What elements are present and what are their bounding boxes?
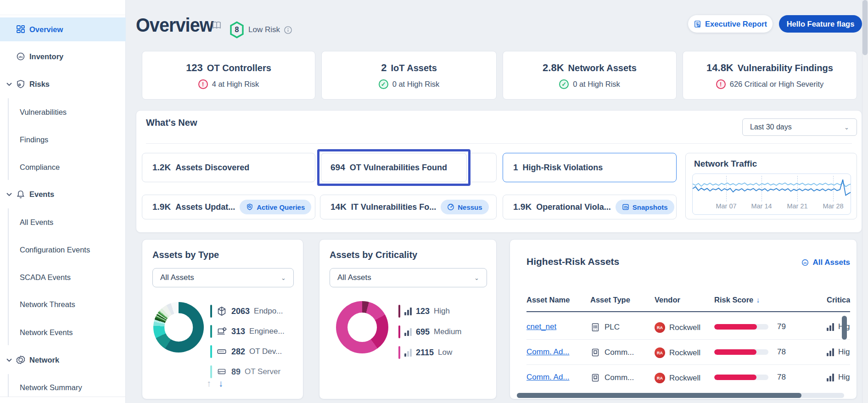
table-row-risk-score: 78 bbox=[714, 373, 786, 382]
legend-item[interactable]: 2115 Low bbox=[398, 346, 452, 359]
sidebar-item-events[interactable]: Events bbox=[0, 182, 126, 206]
legend-item[interactable]: 695 Medium bbox=[398, 325, 462, 338]
active-queries-badge[interactable]: Active Queries bbox=[240, 200, 311, 214]
column-header[interactable]: Asset Name bbox=[526, 296, 570, 304]
page-down-arrow[interactable]: ↓ bbox=[218, 378, 223, 389]
docs-book-icon[interactable] bbox=[211, 20, 222, 30]
sidebar-item-network[interactable]: Network bbox=[0, 348, 126, 372]
legend-item[interactable]: 2063 Endpo... bbox=[210, 305, 283, 318]
filter-value: All Assets bbox=[337, 273, 371, 282]
column-header[interactable]: Vendor bbox=[655, 296, 680, 304]
stat-card-iot-assets[interactable]: 2IoT Assets ✓0 at High Risk bbox=[321, 51, 497, 100]
stat-card-ot-controllers[interactable]: 123OT Controllers !4 at High Risk bbox=[142, 51, 315, 100]
comm-module-icon bbox=[590, 373, 600, 383]
table-row-asset-type: Comm... bbox=[590, 347, 634, 358]
legend-label: Endpo... bbox=[254, 307, 283, 316]
table-row-asset-name[interactable]: Comm. Ad... bbox=[526, 373, 570, 382]
inventory-icon bbox=[801, 258, 809, 267]
rockwell-logo: RA bbox=[655, 347, 665, 358]
date-range-select[interactable]: Last 30 days ⌄ bbox=[742, 118, 857, 136]
legend-item[interactable]: 282 OT Dev... bbox=[210, 345, 282, 358]
column-header-risk-score[interactable]: Risk Score↓ bbox=[714, 296, 760, 304]
assets-by-type-donut[interactable] bbox=[153, 302, 204, 353]
stat-card-network-assets[interactable]: 2.8KNetwork Assets ✓0 at High Risk bbox=[503, 51, 677, 100]
page-up-arrow[interactable]: ↑ bbox=[207, 378, 211, 389]
legend-marker bbox=[210, 325, 212, 338]
assets-by-type-filter[interactable]: All Assets ⌄ bbox=[152, 268, 294, 287]
sidebar-item-network-summary[interactable]: Network Summary bbox=[0, 375, 126, 399]
assets-by-criticality-donut[interactable] bbox=[336, 301, 388, 353]
card-assets-discovered[interactable]: 1.2K Assets Discovered bbox=[142, 153, 315, 182]
stat-label: Vulnerability Findings bbox=[738, 63, 833, 73]
page-scrollbar[interactable] bbox=[862, 0, 868, 403]
sidebar-item-label: All Events bbox=[20, 218, 53, 227]
stat-value: 123 bbox=[186, 62, 203, 74]
legend-item[interactable]: 313 Enginee... bbox=[210, 325, 285, 338]
card-operational-violations[interactable]: 1.9K Operational Viola... Snapshots bbox=[503, 195, 677, 219]
legend-value: 695 bbox=[416, 327, 430, 337]
sidebar-item-findings[interactable]: Findings bbox=[0, 128, 126, 151]
legend-label: Medium bbox=[434, 327, 461, 336]
chevron-down-icon[interactable] bbox=[6, 190, 13, 198]
engineering-station-icon bbox=[216, 326, 227, 337]
x-tick-label: Mar 14 bbox=[745, 202, 778, 210]
legend-pager: ↑ ↓ bbox=[207, 378, 223, 389]
chevron-down-icon[interactable] bbox=[6, 356, 13, 364]
card-assets-updated[interactable]: 1.9K Assets Updat... Active Queries bbox=[142, 195, 315, 219]
card-ot-vulnerabilities-found-selected[interactable]: 694 OT Vulnerabilities Found bbox=[317, 149, 470, 186]
sidebar-item-overview[interactable]: Overview bbox=[0, 17, 126, 41]
nessus-badge[interactable]: Nessus bbox=[441, 200, 488, 214]
page-scrollbar-thumb[interactable] bbox=[862, 0, 868, 55]
executive-report-button[interactable]: Executive Report bbox=[688, 15, 773, 33]
column-header[interactable]: Criticality bbox=[827, 296, 850, 304]
assets-by-criticality-filter[interactable]: All Assets ⌄ bbox=[330, 268, 487, 287]
sidebar-item-all-events[interactable]: All Events bbox=[0, 210, 126, 234]
card-it-vulnerabilities-found[interactable]: 14K IT Vulnerabilities Fo... Nessus bbox=[320, 195, 497, 219]
executive-report-label: Executive Report bbox=[705, 20, 767, 28]
column-header[interactable]: Asset Type bbox=[590, 296, 630, 304]
legend-item[interactable]: 89 OT Server bbox=[210, 365, 280, 378]
network-traffic-card[interactable]: Network Traffic Mar 07 Mar 14 Mar 21 Mar… bbox=[685, 153, 857, 219]
vertical-scrollbar-thumb[interactable] bbox=[842, 316, 847, 340]
card-high-risk-violations[interactable]: 1 High-Risk Violations bbox=[503, 153, 677, 182]
highest-risk-assets-card: Highest-Risk Assets All Assets Asset Nam… bbox=[510, 239, 857, 399]
all-assets-link-label: All Assets bbox=[812, 258, 850, 267]
sidebar-item-inventory[interactable]: Inventory bbox=[0, 45, 126, 68]
stat-card-vulnerability-findings[interactable]: 14.8KVulnerability Findings !626 Critica… bbox=[683, 51, 857, 100]
sidebar-item-network-events[interactable]: Network Events bbox=[0, 320, 126, 344]
sidebar-item-configuration-events[interactable]: Configuration Events bbox=[0, 238, 126, 262]
info-icon[interactable] bbox=[284, 26, 292, 34]
all-assets-link[interactable]: All Assets bbox=[801, 258, 850, 267]
shield-search-icon bbox=[246, 203, 253, 211]
horizontal-scrollbar[interactable] bbox=[517, 393, 844, 398]
sidebar-item-risks[interactable]: Risks bbox=[0, 72, 126, 96]
sidebar-item-vulnerabilities[interactable]: Vulnerabilities bbox=[0, 100, 126, 124]
nessus-spiral-icon bbox=[447, 203, 454, 211]
risk-score-bar bbox=[714, 324, 768, 330]
table-row-asset-name[interactable]: Comm. Ad... bbox=[526, 347, 570, 357]
sidebar-item-network-threats[interactable]: Network Threats bbox=[0, 292, 126, 316]
sidebar-item-scada-events[interactable]: SCADA Events bbox=[0, 265, 126, 289]
rockwell-logo: RA bbox=[655, 373, 665, 383]
sidebar-item-compliance[interactable]: Compliance bbox=[0, 155, 126, 179]
table-row-asset-name[interactable]: cnet_net bbox=[526, 322, 556, 331]
snapshots-badge[interactable]: Snapshots bbox=[616, 200, 674, 214]
legend-value: 313 bbox=[231, 327, 245, 336]
table-row-criticality: High bbox=[827, 347, 850, 357]
row-divider bbox=[526, 364, 850, 365]
legend-marker bbox=[398, 305, 400, 318]
legend-marker bbox=[398, 346, 400, 359]
legend-item[interactable]: 123 High bbox=[398, 305, 450, 318]
sidebar-item-label: SCADA Events bbox=[20, 273, 71, 282]
card-value: 14K bbox=[330, 202, 347, 212]
horizontal-scrollbar-thumb[interactable] bbox=[517, 393, 801, 398]
plc-icon bbox=[590, 322, 600, 332]
feature-flags-button[interactable]: Hello Feature flags bbox=[779, 15, 862, 33]
date-range-value: Last 30 days bbox=[750, 123, 792, 131]
chevron-down-icon[interactable] bbox=[6, 80, 13, 88]
sort-descending-icon[interactable]: ↓ bbox=[756, 296, 760, 304]
x-tick-label: Mar 28 bbox=[817, 202, 849, 210]
card-label: Assets Discovered bbox=[175, 163, 249, 173]
sidebar: Overview Inventory Risks Vulnerabilities… bbox=[0, 0, 126, 403]
risk-score-badge[interactable]: 8 Low Risk bbox=[229, 21, 292, 39]
